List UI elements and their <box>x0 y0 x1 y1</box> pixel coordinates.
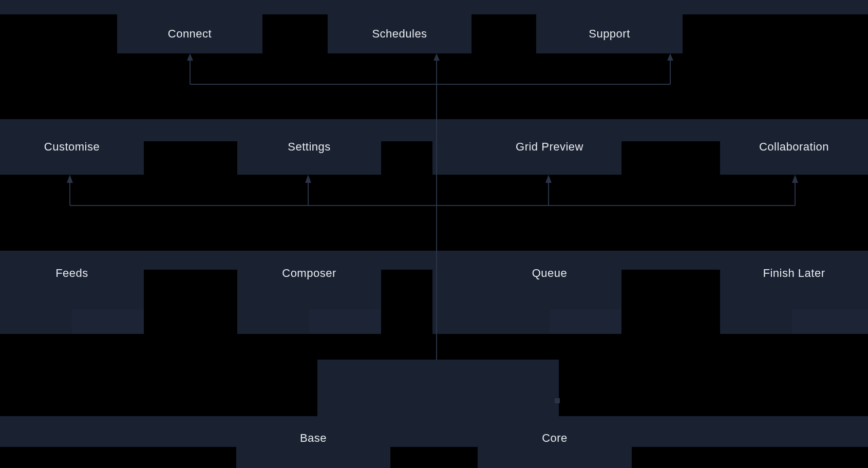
dark-accent <box>72 309 144 334</box>
node-label: Core <box>542 432 568 445</box>
cutout <box>621 141 720 175</box>
dark-accent <box>792 309 868 334</box>
svg-marker-13 <box>545 175 552 183</box>
node-label: Feeds <box>55 267 88 280</box>
node-label: Base <box>300 432 327 445</box>
top-band <box>0 0 868 14</box>
node-queue: Queue <box>478 251 621 306</box>
cutout <box>144 270 237 334</box>
node-feeds: Feeds <box>0 251 144 306</box>
node-label: Collaboration <box>759 140 829 154</box>
svg-marker-4 <box>433 53 440 61</box>
small-marker <box>555 398 560 403</box>
cutout <box>144 141 237 175</box>
node-label: Settings <box>288 140 331 154</box>
node-composer: Composer <box>237 251 381 306</box>
node-connect: Connect <box>117 14 262 53</box>
cutout <box>381 270 432 334</box>
svg-marker-11 <box>305 175 311 183</box>
dark-accent <box>309 309 381 334</box>
node-finish-later: Finish Later <box>720 251 868 306</box>
node-core: Core <box>478 416 632 468</box>
node-grid-preview: Grid Preview <box>478 119 621 175</box>
cutout <box>0 447 236 468</box>
cutout <box>632 447 868 468</box>
node-schedules: Schedules <box>328 14 471 53</box>
cutout <box>621 270 720 334</box>
node-label: Schedules <box>372 27 427 41</box>
node-base: Base <box>236 416 390 468</box>
node-label: Composer <box>282 267 336 280</box>
svg-marker-6 <box>667 53 673 61</box>
node-label: Grid Preview <box>516 140 583 154</box>
node-label: Finish Later <box>763 267 825 280</box>
node-customise: Customise <box>0 119 144 175</box>
node-collaboration: Collaboration <box>720 119 868 175</box>
node-settings: Settings <box>237 119 381 175</box>
node-label: Queue <box>532 267 568 280</box>
node-label: Customise <box>44 140 100 154</box>
dark-accent <box>550 309 621 334</box>
cutout <box>381 141 432 175</box>
cutout <box>390 447 478 468</box>
node-support: Support <box>536 14 683 53</box>
node-label: Support <box>589 27 630 41</box>
node-label: Connect <box>168 27 212 41</box>
svg-marker-15 <box>792 175 798 183</box>
svg-marker-2 <box>187 53 193 61</box>
svg-marker-9 <box>67 175 73 183</box>
